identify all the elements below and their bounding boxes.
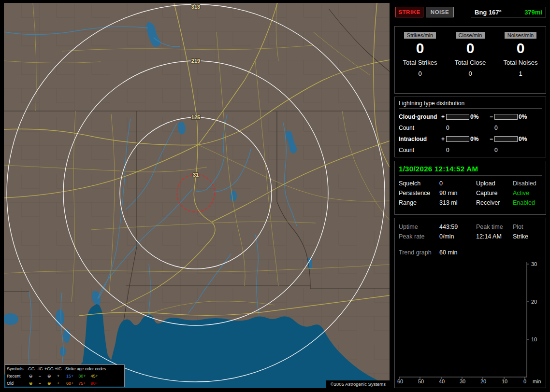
x-tick-0: 0 xyxy=(523,378,526,384)
plus-sign: + xyxy=(441,136,446,142)
cloud-ground-count-row: Count 0 0 xyxy=(399,122,542,133)
graph-axes xyxy=(399,262,529,379)
copyright-text: ©2005 Astrogenic Systems xyxy=(326,380,390,388)
total-close-label: Total Close xyxy=(445,59,495,66)
nexstorm-window: { "app": { "copyright": "©2005 Astrogeni… xyxy=(0,0,550,392)
range-label: Range xyxy=(399,199,439,206)
plus-sign: + xyxy=(441,113,446,120)
intracloud-count-row: Count 0 0 xyxy=(399,144,542,155)
neg-cg-recent-icon: ⊖ xyxy=(26,374,35,378)
strike-indicator-button[interactable]: STRIKE xyxy=(395,7,423,17)
distance-value: 379mi xyxy=(524,9,542,16)
minus-sign: − xyxy=(490,136,494,142)
persistence-label: Persistence xyxy=(399,190,439,196)
ic-negative-bar xyxy=(494,136,518,142)
squelch-value: 0 xyxy=(439,180,476,187)
legend-old-row: Old ⊖ − ⊕ + 60+ 75+ 90+ xyxy=(5,379,124,387)
cloud-ground-row: Cloud-ground + 0% − 0% xyxy=(399,111,542,122)
peak-time-value: 12:14 AM xyxy=(476,233,513,240)
range-label-third: 125 xyxy=(191,114,200,120)
receiver-label: Receiver xyxy=(476,199,513,206)
current-datetime: 1/30/2026 12:14:52 AM xyxy=(399,165,542,176)
intracloud-label: Intracloud xyxy=(399,136,441,142)
noise-indicator-button[interactable]: NOISE xyxy=(426,7,454,17)
age-45: 45+ xyxy=(91,374,98,378)
age-75: 75+ xyxy=(78,381,86,386)
bearing-value: Bng 167° xyxy=(475,9,502,16)
legend-old-label: Old xyxy=(7,381,26,386)
cg-negative-percent: 0% xyxy=(519,113,542,120)
close-per-min-value: 0 xyxy=(445,40,495,56)
range-label-inner: 31 xyxy=(193,172,199,178)
plot-label: Plot xyxy=(513,224,542,230)
age-60: 60+ xyxy=(66,381,73,386)
ic-negative-count: 0 xyxy=(494,147,542,154)
legend-age-header: Strike age color codes xyxy=(63,366,123,371)
squelch-upload-row: Squelch 0 Upload Disabled xyxy=(399,179,542,188)
ic-negative-percent: 0% xyxy=(519,136,542,142)
y-tick-20: 20 xyxy=(531,299,537,305)
noises-per-min-header: Noises/min xyxy=(505,32,536,39)
legend-header-row: Symbols -CG -IC +CG +IC Strike age color… xyxy=(5,365,124,372)
cg-positive-percent: 0% xyxy=(470,113,490,120)
old-age-codes: 60+ 75+ 90+ xyxy=(63,381,123,386)
lightning-distribution-panel: Lightning type distribution Cloud-ground… xyxy=(394,97,546,157)
uptime-trend-panel: Uptime 443:59 Peak time Plot Peak rate 0… xyxy=(394,218,546,388)
cg-positive-bar xyxy=(446,114,469,120)
strikes-column: Strikes/min 0 Total Strikes 0 xyxy=(395,30,445,77)
range-value: 313 mi xyxy=(439,199,476,206)
peak-time-label: Peak time xyxy=(476,224,513,230)
cg-negative-count: 0 xyxy=(494,125,542,131)
total-strikes-value: 0 xyxy=(395,70,445,77)
peak-rate-label: Peak rate xyxy=(399,233,439,240)
persistence-value: 90 min xyxy=(439,190,476,196)
receiver-status: Enabled xyxy=(513,199,542,206)
ic-count-label: Count xyxy=(399,147,446,154)
upload-status: Disabled xyxy=(513,180,542,187)
legend-symbols-header: Symbols xyxy=(7,366,26,371)
legend-recent-label: Recent xyxy=(7,374,26,378)
persistence-capture-row: Persistence 90 min Capture Active xyxy=(399,188,542,198)
age-15: 15+ xyxy=(66,374,73,378)
x-unit-label: min xyxy=(533,378,541,384)
ic-positive-percent: 0% xyxy=(470,136,490,142)
map-display: 313 219 125 31 Symbols -CG -IC +CG +IC S… xyxy=(4,3,390,388)
age-30: 30+ xyxy=(78,374,86,378)
squelch-label: Squelch xyxy=(399,180,439,187)
noises-column: Noises/min 0 Total Noises 1 xyxy=(495,30,546,77)
pos-cg-recent-icon: ⊕ xyxy=(44,374,54,378)
age-90: 90+ xyxy=(91,381,98,386)
total-strikes-label: Total Strikes xyxy=(395,59,445,66)
pos-ic-old-icon: + xyxy=(54,381,63,386)
map-canvas[interactable]: 313 219 125 31 xyxy=(4,3,390,388)
side-panel: STRIKE NOISE Bng 167° 379mi Strikes/min … xyxy=(393,0,548,392)
uptime-label: Uptime xyxy=(399,224,439,230)
close-column: Close/min 0 Total Close 0 xyxy=(445,30,495,77)
x-tick-40: 40 xyxy=(439,378,445,384)
neg-cg-old-icon: ⊖ xyxy=(26,381,35,386)
distribution-title: Lightning type distribution xyxy=(399,100,542,109)
intracloud-row: Intracloud + 0% − 0% xyxy=(399,133,542,144)
range-receiver-row: Range 313 mi Receiver Enabled xyxy=(399,198,542,208)
pos-ic-recent-icon: + xyxy=(54,374,63,378)
bearing-distance-display: Bng 167° 379mi xyxy=(471,7,546,17)
x-tick-10: 10 xyxy=(502,378,507,384)
legend-col-neg-ic: -IC xyxy=(35,366,44,371)
x-tick-20: 20 xyxy=(480,378,486,384)
capture-status: Active xyxy=(513,190,542,196)
y-tick-10: 10 xyxy=(531,336,537,342)
total-noises-value: 1 xyxy=(495,70,546,77)
peak-rate-value: 0/min xyxy=(439,233,476,240)
uptime-value: 443:59 xyxy=(439,224,476,230)
recent-age-codes: 15+ 30+ 45+ xyxy=(63,374,123,378)
plot-value: Strike xyxy=(513,233,542,240)
uptime-row: Uptime 443:59 Peak time Plot xyxy=(399,222,542,232)
capture-label: Capture xyxy=(476,190,513,196)
x-tick-50: 50 xyxy=(418,378,424,384)
trend-graph-label: Trend graph xyxy=(399,249,439,256)
legend-col-pos-cg: +CG xyxy=(44,366,54,371)
ic-positive-count: 0 xyxy=(446,147,494,154)
cloud-ground-label: Cloud-ground xyxy=(399,113,441,120)
noises-per-min-value: 0 xyxy=(495,40,546,56)
neg-ic-recent-icon: − xyxy=(35,374,44,378)
